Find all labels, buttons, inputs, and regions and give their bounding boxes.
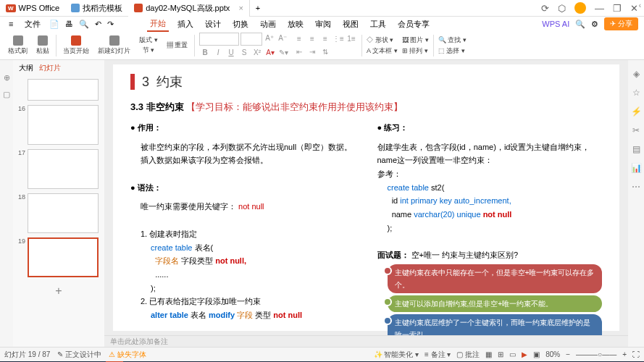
comments-button[interactable]: ▢ 批注 xyxy=(456,350,480,360)
ribbon-new-slide[interactable]: 新建幻灯片 xyxy=(96,35,133,56)
ribbon-shape[interactable]: ◇ 形状 ▾ xyxy=(367,35,398,45)
menu-tools[interactable]: 工具 xyxy=(367,17,389,31)
thumbnail-19[interactable] xyxy=(28,237,99,277)
outline-tab[interactable]: 大纲 xyxy=(19,63,33,73)
view-sorter-icon[interactable]: ⊞ xyxy=(498,350,503,358)
search-icon[interactable]: 🔍 xyxy=(575,20,585,29)
menu-review[interactable]: 审阅 xyxy=(312,17,334,31)
menu-slideshow[interactable]: 放映 xyxy=(285,17,306,31)
menu-insert[interactable]: 插入 xyxy=(175,17,196,31)
increase-font-icon[interactable]: A⁺ xyxy=(264,33,275,44)
wps-ai[interactable]: WPS AI xyxy=(542,20,569,28)
zoom-out-icon[interactable]: − xyxy=(566,350,570,358)
ribbon-slide-start[interactable]: 当页开始 xyxy=(61,35,91,56)
avatar[interactable] xyxy=(574,2,586,14)
fit-to-window-icon[interactable]: ⛶ xyxy=(632,350,640,358)
ribbon-textbox[interactable]: A 文本框 ▾ xyxy=(367,46,398,56)
add-tab-button[interactable]: + xyxy=(250,0,266,17)
cube-icon[interactable]: ⬡ xyxy=(558,3,566,14)
strike-icon[interactable]: S xyxy=(238,47,250,59)
indent-left-icon[interactable]: ⇤ xyxy=(293,46,305,58)
font-size-select[interactable] xyxy=(241,33,262,46)
zoom-slider[interactable]: ———○—— xyxy=(576,350,616,358)
line-spacing-icon[interactable]: ⇅ xyxy=(319,46,331,58)
italic-icon[interactable]: I xyxy=(212,47,224,59)
menu-hamburger[interactable]: ≡ xyxy=(6,18,16,30)
save-icon[interactable]: 📄 xyxy=(49,20,59,29)
close-icon[interactable]: ✕ xyxy=(630,3,638,14)
underline-icon[interactable]: U xyxy=(225,47,237,59)
design-status[interactable]: ✎ 正文设计中 xyxy=(57,350,101,360)
slide-option-icon[interactable]: ▢ xyxy=(3,90,10,99)
notes-button[interactable]: ≡ 备注 ▾ xyxy=(425,350,451,360)
chart-icon[interactable]: 📊 xyxy=(631,163,642,173)
collapse-panel-icon[interactable]: ‹ xyxy=(639,1,641,9)
paste-icon xyxy=(38,35,48,46)
superscript-icon[interactable]: X² xyxy=(251,47,263,59)
animation-panel-icon[interactable]: ⚡ xyxy=(631,106,642,117)
ribbon-format-painter[interactable]: 格式刷 xyxy=(6,35,30,56)
ribbon-select[interactable]: ⬚ 选择 ▾ xyxy=(438,46,467,56)
thumbnail-16[interactable] xyxy=(28,105,99,145)
menu-animation[interactable]: 动画 xyxy=(257,17,279,31)
more-icon[interactable]: ⋯ xyxy=(632,182,640,192)
slide-content[interactable]: 3 约束 3.3 非空约束 【学习目标：能够说出非空约束作用并使用该约束】 ● … xyxy=(113,64,619,331)
sync-icon[interactable]: ⟳ xyxy=(541,3,549,14)
add-slide-button[interactable]: + xyxy=(14,282,103,300)
menu-file[interactable]: 文件 xyxy=(22,17,43,31)
undo-icon[interactable]: ↶ xyxy=(95,20,101,29)
print-icon[interactable]: 🖶 xyxy=(65,20,73,28)
close-tab-icon[interactable]: × xyxy=(238,4,243,12)
menu-transition[interactable]: 切换 xyxy=(230,17,251,31)
style-panel-icon[interactable]: ◈ xyxy=(633,69,640,79)
align-left-icon[interactable]: ≡ xyxy=(293,33,305,45)
ribbon-image[interactable]: 🖼 图片 ▾ xyxy=(402,35,429,45)
menu-member[interactable]: 会员专享 xyxy=(395,17,432,31)
media-icon[interactable]: ▤ xyxy=(632,144,640,154)
font-family-select[interactable] xyxy=(199,33,239,46)
ribbon-section[interactable]: 节 ▾ xyxy=(143,46,155,55)
thumbnail-17[interactable] xyxy=(28,149,99,189)
menu-view[interactable]: 视图 xyxy=(340,17,361,31)
slides-tab[interactable]: 幻灯片 xyxy=(39,63,61,73)
view-reading-icon[interactable]: ▭ xyxy=(509,350,516,358)
view-normal-icon[interactable]: ▦ xyxy=(485,350,492,358)
favorite-icon[interactable]: ☆ xyxy=(632,88,640,98)
maximize-icon[interactable]: ❐ xyxy=(613,3,622,14)
minimize-icon[interactable]: — xyxy=(595,3,604,14)
zoom-in-icon[interactable]: + xyxy=(622,350,627,358)
toolbox-icon[interactable]: ✂ xyxy=(632,125,640,135)
notes-placeholder[interactable]: 单击此处添加备注 xyxy=(110,337,168,347)
redo-icon[interactable]: ↷ xyxy=(107,20,114,29)
missing-font[interactable]: ⚠ 缺失字体 xyxy=(109,350,146,360)
menu-start[interactable]: 开始 xyxy=(147,17,169,32)
ribbon-arrange[interactable]: ⊞ 排列 ▾ xyxy=(402,46,429,56)
highlight-icon[interactable]: ✎▾ xyxy=(277,47,289,59)
zoom-fit-icon[interactable]: ▣ xyxy=(533,350,540,358)
outline-toggle-icon[interactable]: ⊕ xyxy=(4,73,10,83)
thumbnail-15[interactable] xyxy=(28,79,99,101)
align-right-icon[interactable]: ≡ xyxy=(319,33,331,45)
view-slideshow-icon[interactable]: ▶ xyxy=(522,350,527,358)
menu-design[interactable]: 设计 xyxy=(202,17,224,31)
ribbon-paste[interactable]: 粘贴 xyxy=(34,35,51,56)
preview-icon[interactable]: 🔍 xyxy=(79,20,89,29)
numbering-icon[interactable]: 1≡ xyxy=(346,33,357,45)
settings-icon[interactable]: ⚙ xyxy=(591,20,598,29)
ribbon-find[interactable]: 🔍 查找 ▾ xyxy=(438,35,467,45)
thumbnail-18[interactable] xyxy=(28,193,99,233)
decrease-font-icon[interactable]: A⁻ xyxy=(277,33,288,44)
app-tab[interactable]: WWPS Office xyxy=(0,0,65,17)
bullets-icon[interactable]: ⋮≡ xyxy=(333,33,344,45)
ribbon-layout[interactable]: 版式 ▾ xyxy=(139,35,158,45)
file-tab[interactable]: day02-MySQL高级.pptx× xyxy=(128,0,250,17)
beautify-button[interactable]: ✨ 智能美化 ▾ xyxy=(374,350,419,360)
indent-right-icon[interactable]: ⇥ xyxy=(306,46,318,58)
bold-icon[interactable]: B xyxy=(199,47,211,59)
align-center-icon[interactable]: ≡ xyxy=(306,33,318,45)
zoom-level[interactable]: 80% xyxy=(545,350,560,358)
share-button[interactable]: ✈ 分享 xyxy=(604,17,638,30)
font-color-icon[interactable]: A▾ xyxy=(264,47,276,59)
ribbon-reset[interactable]: ▦ 重置 xyxy=(167,41,188,50)
template-tab[interactable]: 找稻壳模板 xyxy=(65,0,128,17)
